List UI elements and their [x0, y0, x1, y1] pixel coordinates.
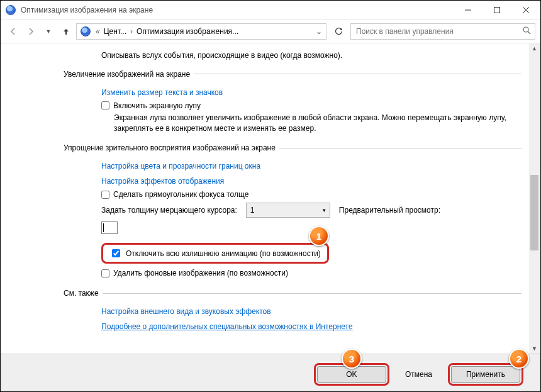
section-magnify-legend: Увеличение изображений на экране: [64, 70, 194, 79]
cursor-width-value: 1: [250, 206, 255, 215]
search-icon[interactable]: [523, 26, 531, 36]
breadcrumb[interactable]: « Цент... › Оптимизация изображения... ⌄: [76, 23, 326, 40]
control-panel-icon: [81, 26, 91, 36]
cancel-button[interactable]: Отмена: [399, 367, 438, 382]
minimize-button[interactable]: [454, 1, 482, 20]
content-area: Описывать вслух события, происходящие в …: [1, 43, 540, 354]
crumb-2[interactable]: Оптимизация изображения...: [135, 27, 312, 36]
callout-2: 2: [509, 349, 529, 369]
link-display-effects[interactable]: Настройка эффектов отображения: [101, 177, 224, 186]
section-see-also-legend: См. также: [64, 289, 103, 298]
link-text-size[interactable]: Изменить размер текста и значков: [101, 88, 223, 97]
address-bar: ▼ « Цент... › Оптимизация изображения...…: [1, 20, 540, 43]
cursor-preview: [101, 221, 118, 234]
section-visual: Упрощение зрительного восприятия изображ…: [64, 143, 521, 280]
checkbox-disable-animation[interactable]: [112, 249, 120, 257]
search-input[interactable]: [355, 26, 523, 36]
preview-label: Предварительный просмотр:: [339, 206, 440, 215]
checkbox-focus-rect-label: Сделать прямоугольник фокуса толще: [113, 190, 248, 199]
recent-button[interactable]: ▼: [41, 24, 56, 39]
chevron-down-icon: ▾: [323, 207, 326, 213]
close-button[interactable]: [511, 1, 540, 20]
back-button[interactable]: [6, 24, 21, 39]
chevron-left-icon: «: [94, 27, 101, 36]
link-more-accessibility[interactable]: Подробнее о дополнительных специальных в…: [101, 322, 353, 331]
checkbox-magnifier-label: Включить экранную лупу: [113, 101, 201, 110]
describe-video-text: Описывать вслух события, происходящие в …: [64, 50, 521, 61]
forward-button[interactable]: [23, 24, 38, 39]
chevron-down-icon[interactable]: ⌄: [313, 27, 325, 36]
cursor-width-select[interactable]: 1 ▾: [246, 203, 330, 218]
svg-rect-1: [494, 8, 500, 13]
titlebar: Оптимизация изображения на экране: [1, 1, 540, 20]
scroll-up-button[interactable]: ▲: [529, 43, 540, 53]
window-title: Оптимизация изображения на экране: [21, 6, 153, 14]
disable-animation-highlight: Отключить всю излишнюю анимацию (по возм…: [101, 243, 329, 264]
checkbox-disable-animation-label: Отключить всю излишнюю анимацию (по возм…: [126, 249, 321, 258]
window-root: Оптимизация изображения на экране ▼ « Це…: [0, 0, 541, 392]
section-magnify: Увеличение изображений на экране Изменит…: [64, 70, 521, 135]
magnifier-description: Экранная лупа позволяет увеличить изобра…: [64, 113, 521, 134]
search-box[interactable]: [350, 23, 535, 40]
section-see-also: См. также Настройка внешнего вида и звук…: [64, 289, 521, 335]
app-icon: [6, 5, 16, 15]
settings-page: Описывать вслух события, происходящие в …: [1, 43, 540, 335]
svg-point-4: [523, 27, 528, 32]
scroll-down-button[interactable]: ▼: [529, 343, 540, 354]
callout-3: 3: [342, 349, 362, 369]
callout-1: 1: [309, 226, 329, 246]
svg-line-5: [528, 31, 530, 34]
link-appearance-sound[interactable]: Настройка внешнего вида и звуковых эффек…: [101, 307, 271, 316]
cursor-width-label: Задать толщину мерцающего курсора:: [101, 206, 237, 215]
maximize-button[interactable]: [482, 1, 511, 20]
section-visual-legend: Упрощение зрительного восприятия изображ…: [64, 143, 279, 152]
up-button[interactable]: [59, 24, 74, 39]
link-window-color[interactable]: Настройка цвета и прозрачности границ ок…: [101, 162, 260, 171]
scrollbar[interactable]: ▲ ▼: [529, 43, 540, 354]
checkbox-focus-rect[interactable]: [101, 191, 109, 199]
refresh-button[interactable]: [329, 23, 348, 40]
chevron-right-icon: ›: [129, 27, 134, 36]
button-bar: OK Отмена Применить: [1, 354, 540, 391]
checkbox-magnifier[interactable]: [101, 101, 109, 109]
checkbox-remove-bg[interactable]: [101, 269, 109, 277]
crumb-1[interactable]: Цент...: [103, 27, 128, 36]
scroll-thumb[interactable]: [530, 175, 538, 250]
apply-button[interactable]: Применить: [451, 366, 520, 383]
checkbox-remove-bg-label: Удалить фоновые изображения (по возможно…: [113, 269, 288, 277]
